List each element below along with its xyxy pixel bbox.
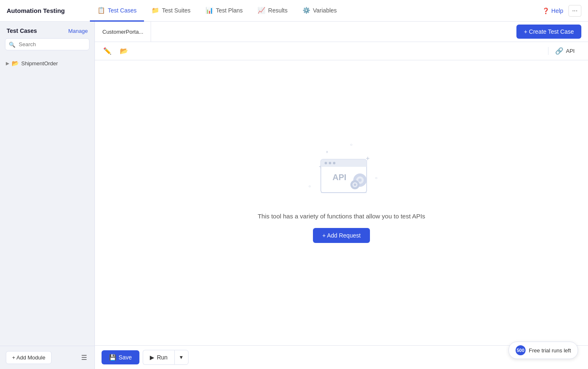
add-module-button[interactable]: + Add Module — [6, 351, 52, 364]
empty-state-description: This tool has a variety of functions tha… — [258, 213, 425, 220]
sidebar-header: Test Cases Manage — [0, 22, 94, 38]
nav-tab-test-plans[interactable]: 📊 Test Plans — [198, 0, 251, 22]
svg-point-16 — [358, 178, 362, 182]
svg-text:○: ○ — [350, 142, 352, 147]
sidebar-items: ▶ 📂 ShipmentOrder — [0, 55, 94, 346]
top-nav: Automation Testing 📋 Test Cases 📁 Test S… — [0, 0, 588, 22]
search-input[interactable] — [5, 38, 89, 50]
nav-tabs: 📋 Test Cases 📁 Test Suites 📊 Test Plans … — [90, 0, 542, 21]
nav-tab-results[interactable]: 📈 Results — [250, 0, 295, 22]
tab-bar: CustomerPorta... + Create Test Case — [95, 22, 588, 42]
api-icon: 🔗 — [555, 47, 563, 55]
sidebar-manage-link[interactable]: Manage — [68, 28, 88, 34]
svg-point-12 — [333, 162, 335, 164]
toolbar: ✏️ 📂 🔗 API — [95, 42, 588, 60]
tab-customer-portal[interactable]: CustomerPorta... — [95, 22, 151, 42]
folder-icon: 📂 — [12, 60, 19, 67]
api-illustration: + + ○ ○ ○ × ○ API — [296, 138, 387, 204]
create-test-case-button[interactable]: + Create Test Case — [516, 25, 581, 39]
edit-icon-button[interactable]: ✏️ — [102, 45, 113, 57]
nav-tab-test-cases[interactable]: 📋 Test Cases — [90, 0, 144, 22]
trial-badge: 500 Free trial runs left — [509, 342, 578, 359]
edit-icon: ✏️ — [103, 47, 112, 54]
save-button[interactable]: 💾 Save — [102, 350, 139, 364]
main-content: CustomerPorta... + Create Test Case ✏️ 📂… — [95, 22, 588, 369]
sidebar-footer: + Add Module ☰ — [0, 346, 94, 369]
run-button[interactable]: ▶ Run — [143, 350, 174, 365]
nav-tab-variables[interactable]: ⚙️ Variables — [295, 0, 344, 22]
run-btn-group: ▶ Run ▼ — [143, 350, 189, 365]
chevron-right-icon: ▶ — [6, 61, 9, 66]
layout: Test Cases Manage 🔍 ▶ 📂 ShipmentOrder + … — [0, 22, 588, 369]
nav-right: ❓ Help ··· — [542, 5, 581, 17]
svg-point-11 — [329, 162, 331, 164]
test-plans-icon: 📊 — [206, 7, 213, 14]
folder-icon-button[interactable]: 📂 — [118, 45, 130, 57]
more-options-button[interactable]: ··· — [568, 5, 581, 17]
svg-text:×: × — [326, 150, 328, 154]
sidebar-title: Test Cases — [7, 27, 37, 34]
test-suites-icon: 📁 — [151, 7, 159, 14]
collapse-sidebar-button[interactable]: ☰ — [79, 352, 89, 363]
svg-rect-9 — [321, 163, 367, 167]
help-circle-icon: ❓ — [542, 7, 549, 14]
variables-icon: ⚙️ — [303, 7, 310, 14]
svg-text:○: ○ — [308, 184, 311, 188]
save-icon: 💾 — [109, 354, 116, 361]
sidebar-search-container: 🔍 — [5, 38, 89, 50]
trial-label: Free trial runs left — [529, 347, 571, 354]
sidebar: Test Cases Manage 🔍 ▶ 📂 ShipmentOrder + … — [0, 22, 95, 369]
results-icon: 📈 — [258, 7, 265, 14]
empty-state: + + ○ ○ ○ × ○ API — [95, 60, 588, 345]
svg-point-19 — [354, 183, 356, 186]
folder-open-icon: 📂 — [120, 47, 128, 54]
add-request-button[interactable]: + Add Request — [313, 228, 370, 243]
nav-tab-test-suites[interactable]: 📁 Test Suites — [144, 0, 198, 22]
sidebar-item-shipment-order[interactable]: ▶ 📂 ShipmentOrder — [0, 57, 94, 69]
api-badge: 🔗 API — [555, 47, 575, 55]
help-button[interactable]: ❓ Help — [542, 7, 563, 14]
svg-text:○: ○ — [375, 176, 377, 180]
toolbar-api-section: 🔗 API — [548, 47, 581, 55]
test-cases-icon: 📋 — [97, 7, 105, 14]
svg-point-10 — [325, 162, 327, 164]
run-dropdown-button[interactable]: ▼ — [174, 350, 189, 365]
svg-text:API: API — [332, 173, 346, 182]
search-icon: 🔍 — [9, 41, 15, 47]
app-title: Automation Testing — [7, 7, 90, 14]
play-icon: ▶ — [150, 354, 154, 361]
trial-count: 500 — [516, 345, 526, 355]
